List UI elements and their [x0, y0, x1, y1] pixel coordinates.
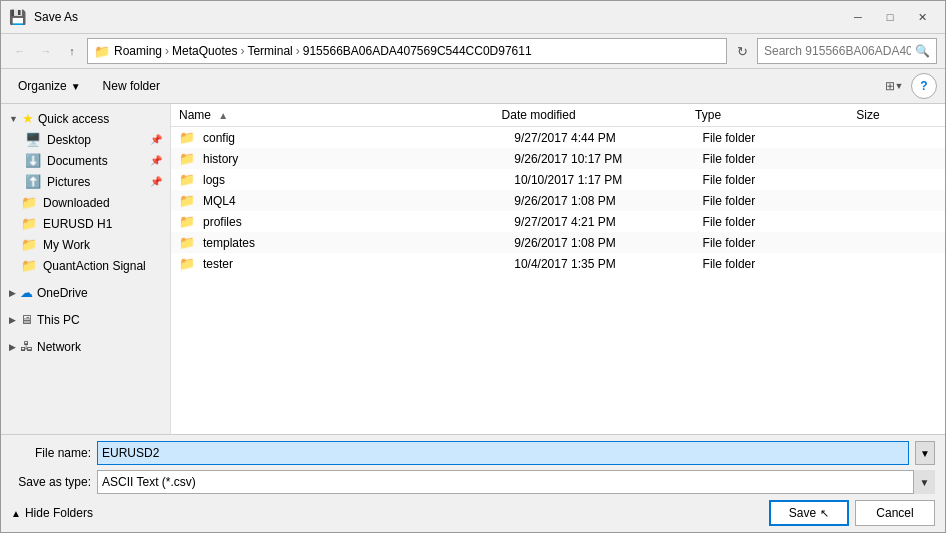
folder-icon: 📁	[179, 130, 195, 145]
sidebar-item-eurusd[interactable]: 📁 EURUSD H1	[1, 213, 170, 234]
organize-label: Organize	[18, 79, 67, 93]
address-bar: ← → ↑ 📁 Roaming › MetaQuotes › Terminal …	[1, 34, 945, 69]
refresh-button[interactable]: ↻	[731, 40, 753, 62]
this-pc-header[interactable]: ▶ 🖥 This PC	[1, 309, 170, 330]
address-path[interactable]: 📁 Roaming › MetaQuotes › Terminal › 9155…	[87, 38, 727, 64]
file-date: 9/27/2017 4:44 PM	[514, 131, 698, 145]
file-name: profiles	[203, 215, 510, 229]
table-row[interactable]: 📁 MQL4 9/26/2017 1:08 PM File folder	[171, 190, 945, 211]
folder-icon: 📁	[179, 193, 195, 208]
saveastype-label: Save as type:	[11, 475, 91, 489]
documents-label: Documents	[47, 154, 108, 168]
pictures-label: Pictures	[47, 175, 90, 189]
file-type: File folder	[703, 173, 857, 187]
table-row[interactable]: 📁 tester 10/4/2017 1:35 PM File folder	[171, 253, 945, 274]
table-row[interactable]: 📁 history 9/26/2017 10:17 PM File folder	[171, 148, 945, 169]
file-name: tester	[203, 257, 510, 271]
forward-button[interactable]: →	[35, 40, 57, 62]
file-type: File folder	[703, 152, 857, 166]
file-date: 9/27/2017 4:21 PM	[514, 215, 698, 229]
cancel-button[interactable]: Cancel	[855, 500, 935, 526]
quick-access-label: Quick access	[38, 112, 109, 126]
network-header[interactable]: ▶ 🖧 Network	[1, 336, 170, 357]
downloaded-label: Downloaded	[43, 196, 110, 210]
column-name-header[interactable]: Name ▲	[179, 108, 502, 122]
table-row[interactable]: 📁 templates 9/26/2017 1:08 PM File folde…	[171, 232, 945, 253]
dialog-title: Save As	[34, 10, 78, 24]
maximize-button[interactable]: □	[875, 7, 905, 27]
onedrive-header[interactable]: ▶ ☁ OneDrive	[1, 282, 170, 303]
save-label: Save	[789, 506, 816, 520]
bottom-buttons: ▲ Hide Folders Save ↖ Cancel	[11, 500, 935, 526]
folder-icon: 📁	[179, 214, 195, 229]
sidebar-item-pictures[interactable]: ⬆️ Pictures 📌	[1, 171, 170, 192]
file-type: File folder	[703, 236, 857, 250]
eurusd-label: EURUSD H1	[43, 217, 112, 231]
dialog-icon: 💾	[9, 9, 26, 25]
column-size-header[interactable]: Size	[856, 108, 937, 122]
path-segment-roaming: Roaming	[114, 44, 162, 58]
saveastype-row: Save as type: ASCII Text (*.csv) ▼	[11, 470, 935, 494]
table-row[interactable]: 📁 config 9/27/2017 4:44 PM File folder	[171, 127, 945, 148]
path-segment-metaquotes: MetaQuotes	[172, 44, 237, 58]
quantaction-label: QuantAction Signal	[43, 259, 146, 273]
sidebar-item-desktop[interactable]: 🖥️ Desktop 📌	[1, 129, 170, 150]
file-type: File folder	[703, 131, 857, 145]
view-arrow-icon: ▼	[895, 81, 904, 91]
minimize-button[interactable]: ─	[843, 7, 873, 27]
title-bar-left: 💾 Save As	[9, 9, 78, 25]
filename-dropdown-arrow[interactable]: ▼	[915, 441, 935, 465]
saveastype-select[interactable]: ASCII Text (*.csv)	[97, 470, 935, 494]
documents-pin-icon: 📌	[150, 155, 162, 166]
save-as-dialog: 💾 Save As ─ □ ✕ ← → ↑ 📁 Roaming › MetaQu…	[0, 0, 946, 533]
organize-button[interactable]: Organize ▼	[9, 75, 90, 97]
back-button[interactable]: ←	[9, 40, 31, 62]
mywork-label: My Work	[43, 238, 90, 252]
network-arrow-icon: ▶	[9, 342, 16, 352]
onedrive-cloud-icon: ☁	[20, 285, 33, 300]
hide-folders-link[interactable]: ▲ Hide Folders	[11, 506, 93, 520]
sidebar-item-documents[interactable]: ⬇️ Documents 📌	[1, 150, 170, 171]
help-button[interactable]: ?	[911, 73, 937, 99]
pin-icon: 📌	[150, 134, 162, 145]
up-button[interactable]: ↑	[61, 40, 83, 62]
view-button[interactable]: ⊞ ▼	[881, 75, 907, 97]
sidebar-item-quantaction[interactable]: 📁 QuantAction Signal	[1, 255, 170, 276]
file-name: logs	[203, 173, 510, 187]
close-button[interactable]: ✕	[907, 7, 937, 27]
mywork-folder-icon: 📁	[21, 237, 37, 252]
path-icon: 📁	[94, 44, 110, 59]
desktop-label: Desktop	[47, 133, 91, 147]
new-folder-button[interactable]: New folder	[94, 75, 169, 97]
new-folder-label: New folder	[103, 79, 160, 93]
file-name: templates	[203, 236, 510, 250]
column-date-header[interactable]: Date modified	[502, 108, 696, 122]
folder-icon: 📁	[179, 235, 195, 250]
network-nodes-icon: 🖧	[20, 339, 33, 354]
quick-access-header[interactable]: ▼ ★ Quick access	[1, 108, 170, 129]
file-type: File folder	[703, 194, 857, 208]
file-area: Name ▲ Date modified Type Size 📁 config …	[171, 104, 945, 434]
save-button[interactable]: Save ↖	[769, 500, 849, 526]
sidebar-item-mywork[interactable]: 📁 My Work	[1, 234, 170, 255]
sidebar-item-downloaded[interactable]: 📁 Downloaded	[1, 192, 170, 213]
file-list-header: Name ▲ Date modified Type Size	[171, 104, 945, 127]
file-name: MQL4	[203, 194, 510, 208]
file-name: history	[203, 152, 510, 166]
eurusd-folder-icon: 📁	[21, 216, 37, 231]
title-bar: 💾 Save As ─ □ ✕	[1, 1, 945, 34]
table-row[interactable]: 📁 logs 10/10/2017 1:17 PM File folder	[171, 169, 945, 190]
table-row[interactable]: 📁 profiles 9/27/2017 4:21 PM File folder	[171, 211, 945, 232]
filename-input[interactable]	[97, 441, 909, 465]
search-input[interactable]	[764, 44, 911, 58]
saveastype-wrapper: ASCII Text (*.csv) ▼	[97, 470, 935, 494]
search-box[interactable]: 🔍	[757, 38, 937, 64]
file-date: 10/4/2017 1:35 PM	[514, 257, 698, 271]
column-type-header[interactable]: Type	[695, 108, 856, 122]
path-segment-terminal: Terminal	[247, 44, 292, 58]
file-date: 9/26/2017 1:08 PM	[514, 236, 698, 250]
organize-arrow-icon: ▼	[71, 81, 81, 92]
folder-icon: 📁	[179, 256, 195, 271]
onedrive-label: OneDrive	[37, 286, 88, 300]
file-type: File folder	[703, 257, 857, 271]
